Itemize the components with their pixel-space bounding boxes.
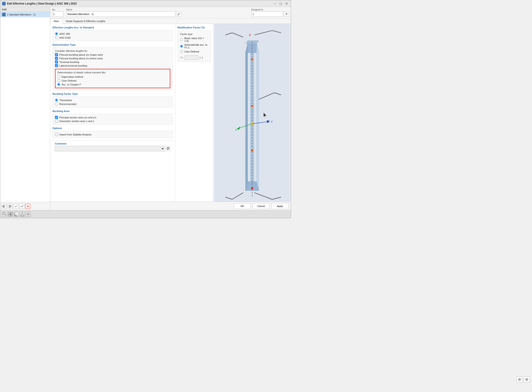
tabs: Main Nodal Supports & Effective Lengths (50, 19, 291, 24)
cancel-button[interactable]: Cancel (253, 203, 270, 209)
apply-button[interactable]: Apply (271, 203, 288, 209)
cb-principal-axes-input[interactable] (55, 116, 58, 119)
cb-geometric-axes-input[interactable] (55, 120, 58, 122)
radio-aisi-s100[interactable]: AISI S100 (55, 36, 170, 39)
cb-flexural-z-label: Flexural buckling about z/v (minor axis) (59, 57, 103, 60)
close-button[interactable]: ✕ (284, 1, 289, 6)
radio-theoretical[interactable]: Theoretical (55, 99, 170, 102)
radio-chapter-f[interactable]: Acc. to Chapter F (57, 83, 168, 86)
edit-name-button[interactable] (176, 12, 181, 17)
minimize-button[interactable]: ─ (273, 1, 277, 6)
3d-visualization: V (213, 24, 291, 201)
radio-auto-f1-label: Automatically acc. to F1-1 (184, 43, 208, 49)
elastic-radio-group: Eigenvalue method User-Defined Acc. to C… (57, 75, 168, 86)
taskbar (0, 210, 291, 218)
svg-point-34 (251, 187, 253, 189)
comment-copy-button[interactable] (165, 146, 170, 151)
radio-eigenvalue[interactable]: Eigenvalue method (57, 75, 168, 78)
options-body: Import from Stability Analysis (52, 131, 173, 138)
name-field: Name (66, 8, 249, 17)
clear-assigned-button[interactable] (284, 12, 289, 17)
radio-basic-value-input[interactable] (180, 38, 183, 41)
radio-recommended-input[interactable] (55, 103, 58, 105)
x-button[interactable] (19, 204, 24, 209)
ok-button[interactable]: OK (234, 203, 251, 209)
eff-radio-group: AISC 360 AISI S100 (55, 32, 170, 39)
radio-user-defined-input[interactable] (57, 79, 60, 82)
svg-text:z: z (271, 120, 273, 123)
svg-text:y: y (235, 128, 237, 131)
radio-basic-value[interactable]: Basic value (Cb = 1.0) (180, 37, 208, 42)
svg-point-31 (251, 105, 253, 107)
taskbar-shape-icon[interactable] (20, 212, 25, 217)
determination-body: Consider effective lengths for Flexural … (52, 47, 173, 90)
comment-select[interactable] (55, 146, 165, 151)
buckling-factor-title: Buckling Factor Type (52, 93, 173, 95)
cb-flexural-z[interactable]: Flexural buckling about z/v (minor axis) (55, 57, 170, 60)
radio-user-def-cb[interactable]: User-Defined (180, 50, 208, 53)
svg-marker-26 (245, 44, 248, 191)
cb-torsional-input[interactable] (55, 61, 58, 63)
buckling-axes-body: Principal section axes y/u and z/v Geome… (52, 114, 173, 125)
list-item-text: 1 Standard (Members : 1) (7, 13, 35, 16)
radio-eigenvalue-input[interactable] (57, 75, 60, 78)
cb-flexural-y[interactable]: Flexural buckling about y/u (major axis) (55, 53, 170, 56)
cb-geometric-axes[interactable]: Geometric section axes y and z (55, 120, 170, 122)
name-input[interactable] (66, 11, 175, 17)
cb-principal-axes[interactable]: Principal section axes y/u and z/v (55, 116, 170, 119)
cb-import-stability[interactable]: Import from Stability Analysis (55, 133, 170, 136)
cb-flexural-z-input[interactable] (55, 57, 58, 60)
cb-value-row: Cb [--] (180, 55, 208, 60)
form-col: Effective Lengths Acc. to Standard AISC … (50, 24, 175, 201)
assigned-field: Assigned to (251, 8, 289, 17)
radio-auto-f1[interactable]: Automatically acc. to F1-1 (180, 43, 208, 49)
svg-rect-52 (9, 215, 10, 216)
cb-torsional-label: Torsional buckling (59, 61, 79, 63)
cb-principal-axes-label: Principal section axes y/u and z/v (59, 116, 96, 119)
no-field: No. (52, 8, 63, 17)
radio-chapter-f-input[interactable] (57, 83, 60, 86)
taskbar-grid-icon[interactable] (8, 212, 13, 217)
mod-factor-col: Modification Factor Cb Factor type Basic… (175, 24, 213, 201)
radio-recommended[interactable]: Recommended (55, 103, 170, 105)
cb-value-input (185, 55, 198, 60)
main-window: Edit Effective Lengths | Steel Design | … (0, 0, 291, 218)
radio-theoretical-input[interactable] (55, 99, 58, 102)
taskbar-search-icon[interactable] (2, 212, 7, 217)
assigned-wrap (251, 11, 289, 17)
assigned-input[interactable] (251, 11, 283, 17)
cb-lateral[interactable]: Lateral-torsional buckling (55, 64, 170, 67)
mod-factor-body: Factor type Basic value (Cb = 1.0) Autom… (178, 31, 211, 62)
add-button[interactable] (2, 204, 7, 209)
taskbar-settings-icon[interactable] (26, 212, 31, 217)
check-button[interactable] (14, 204, 19, 209)
radio-aisc360[interactable]: AISC 360 (55, 32, 170, 35)
titlebar: Edit Effective Lengths | Steel Design | … (0, 0, 291, 7)
duplicate-button[interactable] (8, 204, 13, 209)
tab-nodal[interactable]: Nodal Supports & Effective Lengths (62, 19, 109, 24)
delete-button[interactable] (25, 204, 30, 209)
radio-user-def-cb-input[interactable] (180, 50, 183, 53)
name-wrap (66, 11, 249, 17)
buckling-factor-radio-group: Theoretical Recommended (55, 99, 170, 105)
radio-user-defined[interactable]: User-Defined (57, 79, 168, 82)
effective-lengths-title: Effective Lengths Acc. to Standard (52, 26, 173, 29)
svg-point-48 (3, 213, 5, 215)
cb-flexural-y-input[interactable] (55, 53, 58, 56)
restore-button[interactable]: ◻ (278, 1, 283, 6)
cb-import-stability-input[interactable] (55, 133, 58, 136)
radio-aisc360-input[interactable] (55, 32, 58, 35)
radio-auto-f1-input[interactable] (180, 45, 183, 48)
radio-eigenvalue-label: Eigenvalue method (62, 75, 83, 78)
svg-rect-3 (10, 205, 11, 207)
taskbar-axes-icon[interactable] (14, 212, 19, 217)
radio-aisi-s100-input[interactable] (55, 36, 58, 39)
cb-torsional[interactable]: Torsional buckling (55, 61, 170, 63)
no-input[interactable] (52, 11, 63, 17)
cb-lateral-input[interactable] (55, 64, 58, 67)
content-area: List 1 Standard (Members : 1) (0, 7, 291, 210)
comment-label: Comment (55, 142, 170, 145)
buckling-factor-section: Buckling Factor Type Theoretical Recomme… (52, 93, 173, 107)
list-item[interactable]: 1 Standard (Members : 1) (0, 12, 50, 17)
tab-main[interactable]: Main (50, 19, 62, 24)
